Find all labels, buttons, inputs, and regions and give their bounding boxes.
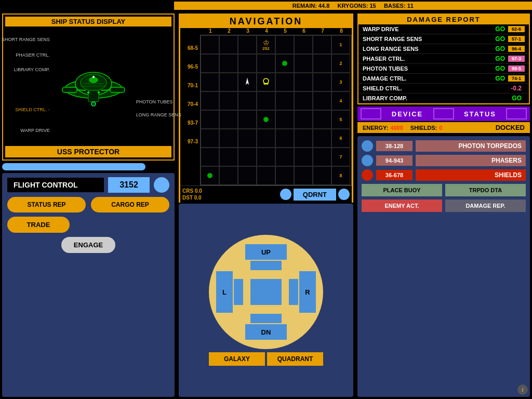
cell-4-2[interactable] [219, 91, 238, 110]
cell-2-3[interactable] [238, 54, 257, 73]
enemy-act-btn[interactable]: ENEMY ACT. [362, 200, 442, 212]
device-left-btn[interactable] [361, 108, 381, 119]
cell-1-1[interactable] [201, 35, 219, 54]
cell-6-5[interactable] [275, 129, 294, 148]
cell-6-4[interactable] [257, 129, 275, 148]
cell-2-5[interactable] [275, 54, 294, 73]
galaxy-button[interactable]: GALAXY [209, 352, 265, 366]
col-3: 3 [238, 28, 257, 34]
action-row-1: PLACE BUOY TRPDO DTA [362, 184, 526, 196]
cell-2-8[interactable]: 2 [331, 54, 350, 73]
cell-6-3[interactable] [238, 129, 257, 148]
cell-6-8[interactable]: 6 [331, 129, 350, 148]
photon-tubes-label: PHOTON TUBES [136, 99, 173, 104]
cell-5-4[interactable] [257, 110, 275, 129]
cell-6-1[interactable] [201, 129, 219, 148]
row-label-4: 4 [339, 98, 342, 103]
cell-8-4[interactable] [257, 166, 275, 185]
device-mid-btn[interactable] [433, 108, 454, 119]
nav-grid[interactable]: .gc { border: 1px solid #2a2a2a; backgro… [200, 35, 352, 185]
cell-3-1[interactable] [201, 73, 219, 91]
cell-8-3[interactable] [238, 166, 257, 185]
phasers-btn[interactable]: PHASERS [416, 155, 526, 166]
cell-2-4[interactable] [257, 54, 275, 73]
cell-1-5[interactable] [275, 35, 294, 54]
cell-6-6[interactable] [294, 129, 313, 148]
top-stats: REMAIN: 44.8 KRYGONS: 15 BASES: 11 [174, 2, 532, 10]
cell-7-2[interactable] [219, 148, 238, 166]
cell-7-3[interactable] [238, 148, 257, 166]
cell-8-7[interactable] [313, 166, 331, 185]
cell-1-7[interactable] [313, 35, 331, 54]
cell-4-6[interactable] [294, 91, 313, 110]
enemy-nav-icon [260, 76, 272, 88]
engage-button[interactable]: ENGAGE [61, 237, 115, 253]
cell-5-8[interactable]: 5 [331, 110, 350, 129]
cell-7-6[interactable] [294, 148, 313, 166]
qdrnt-button[interactable]: QDRNT [294, 189, 336, 201]
cell-3-8[interactable]: 3 [331, 73, 350, 91]
cell-5-7[interactable] [313, 110, 331, 129]
cell-3-4[interactable] [257, 73, 275, 91]
svg-rect-4 [62, 87, 77, 92]
cell-2-1[interactable] [201, 54, 219, 73]
cell-6-2[interactable] [219, 129, 238, 148]
info-icon[interactable]: i [517, 384, 528, 395]
damage-rep-btn[interactable]: DAMAGE REP. [445, 200, 526, 212]
cell-4-5[interactable] [275, 91, 294, 110]
cell-4-1[interactable] [201, 91, 219, 110]
cell-3-7[interactable] [313, 73, 331, 91]
shields-code: 36-678 [376, 170, 413, 180]
shields-btn[interactable]: SHIELDS [416, 169, 526, 181]
cell-4-7[interactable] [313, 91, 331, 110]
cell-7-5[interactable] [275, 148, 294, 166]
cell-5-5[interactable] [275, 110, 294, 129]
place-buoy-btn[interactable]: PLACE BUOY [362, 184, 442, 196]
cell-8-1[interactable] [201, 166, 219, 185]
down-button[interactable]: DN [245, 324, 287, 340]
cell-3-2[interactable] [219, 73, 238, 91]
device-right-btn[interactable] [506, 108, 527, 119]
trpdo-dta-btn[interactable]: TRPDO DTA [445, 184, 526, 196]
main-container: SHIP STATUS DISPLAY SHORT RANGE SENS PHA… [0, 11, 532, 399]
cell-8-6[interactable] [294, 166, 313, 185]
cell-5-3[interactable] [238, 110, 257, 129]
cell-1-2[interactable] [219, 35, 238, 54]
cell-3-6[interactable] [294, 73, 313, 91]
cell-7-7[interactable] [313, 148, 331, 166]
cell-5-2[interactable] [219, 110, 238, 129]
cell-5-1[interactable] [201, 110, 219, 129]
cell-4-3[interactable] [238, 91, 257, 110]
cell-4-4[interactable] [257, 91, 275, 110]
row-label-1: 1 [339, 42, 342, 47]
cell-7-8[interactable]: 7 [331, 148, 350, 166]
cell-1-6[interactable] [294, 35, 313, 54]
cell-8-8[interactable]: 8 [331, 166, 350, 185]
cell-4-8[interactable]: 4 [331, 91, 350, 110]
cell-2-6[interactable] [294, 54, 313, 73]
cell-7-4[interactable] [257, 148, 275, 166]
cell-6-7[interactable] [313, 129, 331, 148]
cell-7-1[interactable] [201, 148, 219, 166]
cell-1-3[interactable] [238, 35, 257, 54]
cell-2-7[interactable] [313, 54, 331, 73]
quadrant-button[interactable]: QUADRANT [267, 352, 323, 366]
cell-2-2[interactable] [219, 54, 238, 73]
cell-8-2[interactable] [219, 166, 238, 185]
cell-1-4[interactable]: ♔ 252 [257, 35, 275, 54]
cell-3-3[interactable] [238, 73, 257, 91]
cell-5-6[interactable] [294, 110, 313, 129]
navigation-section: NAVIGATION 68-5 96-5 70-1 70-4 93-7 97-3 [179, 14, 353, 203]
right-button[interactable]: R [299, 271, 316, 313]
cell-3-5[interactable] [275, 73, 294, 91]
status-rep-button[interactable]: STATUS REP [7, 197, 86, 212]
photon-torpedos-btn[interactable]: PHOTON TORPEDOS [416, 140, 526, 152]
qdrnt-dot-right [338, 189, 350, 200]
cargo-rep-button[interactable]: CARGO REP [91, 197, 169, 212]
trade-button[interactable]: TRADE [7, 217, 70, 233]
cell-8-5[interactable] [275, 166, 294, 185]
left-button[interactable]: L [216, 271, 233, 313]
nav-row-indicators: 68-5 96-5 70-1 70-4 93-7 97-3 [180, 28, 200, 185]
up-button[interactable]: UP [245, 244, 287, 260]
cell-1-8[interactable]: 1 [331, 35, 350, 54]
